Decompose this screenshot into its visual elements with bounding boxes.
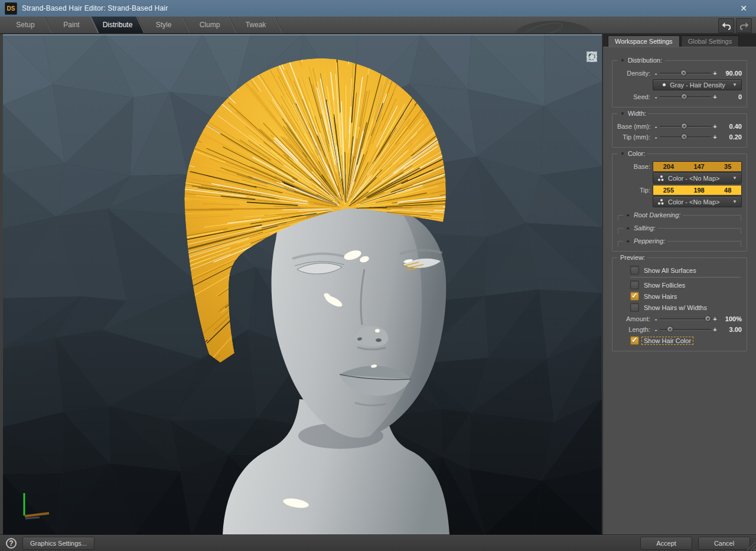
slider-thumb[interactable] bbox=[680, 70, 687, 76]
show-hairs-widths-row: ✓ Show Hairs w/ Widths bbox=[630, 302, 742, 313]
frame-tool-icon[interactable] bbox=[586, 95, 599, 108]
slider-minus[interactable]: - bbox=[653, 133, 659, 141]
base-color-row: Base: 204 147 35 bbox=[617, 161, 742, 171]
main-area: Workspace Settings Global Settings ▼ Dis… bbox=[0, 34, 756, 534]
tip-width-slider[interactable] bbox=[660, 132, 711, 142]
show-hair-color-label[interactable]: Show Hair Color bbox=[641, 337, 693, 345]
slider-minus[interactable]: - bbox=[653, 123, 659, 130]
color-group: ▼ Color: Base: 204 147 35 bbox=[612, 154, 747, 252]
settings-panel: Workspace Settings Global Settings ▼ Dis… bbox=[602, 34, 756, 534]
distribution-legend[interactable]: ▼ Distribution: bbox=[618, 57, 664, 64]
show-hairs-checkbox[interactable]: ✓ bbox=[630, 292, 639, 301]
base-color-map-dropdown[interactable]: Color - <No Map> ▼ bbox=[653, 172, 742, 184]
cancel-button[interactable]: Cancel bbox=[698, 537, 750, 550]
tip-color-swatch[interactable]: 255 198 48 bbox=[653, 185, 742, 195]
base-width-value[interactable]: 0.40 bbox=[718, 123, 742, 130]
tab-global-settings[interactable]: Global Settings bbox=[681, 35, 739, 47]
slider-minus[interactable]: - bbox=[653, 70, 659, 77]
peppering-legend[interactable]: ► Peppering: bbox=[624, 237, 667, 244]
slider-thumb[interactable] bbox=[667, 326, 673, 332]
base-color-swatch[interactable]: 204 147 35 bbox=[653, 161, 742, 172]
tab-workspace-settings[interactable]: Workspace Settings bbox=[608, 35, 680, 47]
preview-group: Preview: ✓ Show All Surfaces ✓ Show Foll… bbox=[612, 257, 747, 351]
preview-legend: Preview: bbox=[618, 254, 647, 261]
slider-plus[interactable]: + bbox=[712, 133, 718, 141]
seed-slider[interactable] bbox=[660, 92, 711, 102]
density-value[interactable]: 90.00 bbox=[718, 70, 742, 77]
accept-button[interactable]: Accept bbox=[640, 537, 692, 550]
expand-triangle-icon: ► bbox=[626, 226, 631, 231]
density-slider[interactable] bbox=[660, 68, 711, 78]
reset-view-icon[interactable] bbox=[586, 110, 599, 123]
width-group: ▼ Width: Base (mm): - + 0.40 Tip (mm): - bbox=[612, 113, 747, 148]
slider-plus[interactable]: + bbox=[712, 70, 718, 77]
seed-slider-row: Seed: - + 0 bbox=[617, 92, 742, 102]
slider-thumb[interactable] bbox=[681, 123, 687, 129]
mode-tab-bar: Setup Paint Distribute Style Clump Tweak bbox=[0, 17, 756, 34]
redo-icon bbox=[739, 22, 749, 30]
show-all-surfaces-checkbox[interactable]: ✓ bbox=[630, 266, 639, 275]
window-title: Strand-Based Hair Editor: Strand-Based H… bbox=[22, 4, 731, 12]
color-legend[interactable]: ▼ Color: bbox=[618, 150, 647, 157]
close-icon[interactable]: ✕ bbox=[736, 2, 751, 15]
slider-plus[interactable]: + bbox=[712, 93, 718, 100]
undo-button[interactable] bbox=[718, 18, 734, 33]
tip-width-value[interactable]: 0.20 bbox=[718, 133, 742, 141]
show-all-surfaces-row: ✓ Show All Surfaces bbox=[630, 265, 742, 276]
slider-minus[interactable]: - bbox=[653, 326, 659, 333]
slider-plus[interactable]: + bbox=[712, 315, 718, 322]
pan-tool-icon[interactable] bbox=[586, 66, 599, 79]
slider-thumb[interactable] bbox=[681, 133, 687, 140]
seed-value[interactable]: 0 bbox=[718, 93, 742, 100]
dropdown-arrow-icon: ▼ bbox=[732, 82, 737, 87]
help-button[interactable]: ? bbox=[6, 538, 17, 549]
length-value[interactable]: 3.00 bbox=[718, 326, 742, 333]
show-hairs-row: ✓ Show Hairs bbox=[630, 291, 742, 302]
base-width-slider[interactable] bbox=[660, 121, 711, 131]
settings-panel-tabs: Workspace Settings Global Settings bbox=[603, 34, 756, 47]
tab-tweak[interactable]: Tweak bbox=[233, 17, 279, 33]
tab-clump[interactable]: Clump bbox=[187, 17, 233, 33]
amount-slider-row: Amount: - + 100% bbox=[617, 314, 742, 324]
tab-style[interactable]: Style bbox=[141, 17, 187, 33]
viewport-canvas[interactable] bbox=[3, 34, 602, 534]
tip-color-map-dropdown[interactable]: Color - <No Map> ▼ bbox=[653, 196, 742, 207]
viewport-3d-scene bbox=[3, 34, 602, 534]
footer-bar: ? Graphics Settings... Accept Cancel bbox=[0, 534, 756, 551]
show-follicles-checkbox[interactable]: ✓ bbox=[630, 281, 639, 289]
amount-value[interactable]: 100% bbox=[718, 315, 742, 322]
viewport-tools bbox=[586, 51, 599, 123]
slider-plus[interactable]: + bbox=[712, 326, 718, 333]
zoom-tool-icon[interactable] bbox=[586, 80, 599, 93]
dropdown-arrow-icon: ▼ bbox=[732, 175, 737, 181]
show-hairs-widths-checkbox[interactable]: ✓ bbox=[630, 303, 639, 312]
slider-plus[interactable]: + bbox=[712, 123, 718, 130]
undo-icon bbox=[722, 22, 731, 30]
show-follicles-row: ✓ Show Follicles bbox=[630, 279, 742, 291]
density-map-dropdown[interactable]: Gray - Hair Density ▼ bbox=[653, 79, 742, 90]
show-hair-color-row: ✓ Show Hair Color bbox=[630, 335, 742, 346]
salting-section: ► Salting: bbox=[618, 228, 741, 233]
length-slider[interactable] bbox=[660, 324, 711, 334]
expand-triangle-icon: ► bbox=[626, 213, 631, 218]
amount-slider[interactable] bbox=[660, 314, 711, 324]
strand-hair-editor-window: DS Strand-Based Hair Editor: Strand-Base… bbox=[0, 0, 756, 551]
app-logo-icon: DS bbox=[5, 2, 17, 15]
collapse-triangle-icon: ▼ bbox=[620, 111, 625, 116]
slider-thumb[interactable] bbox=[681, 93, 687, 100]
width-legend[interactable]: ▼ Width: bbox=[618, 110, 649, 117]
tab-distribute[interactable]: Distribute bbox=[94, 17, 141, 33]
show-hair-color-checkbox[interactable]: ✓ bbox=[630, 336, 639, 345]
redo-button[interactable] bbox=[736, 18, 752, 33]
collapse-triangle-icon: ▼ bbox=[620, 58, 625, 63]
slider-thumb[interactable] bbox=[705, 315, 711, 322]
slider-minus[interactable]: - bbox=[653, 315, 659, 322]
root-darkening-legend[interactable]: ► Root Darkening: bbox=[624, 211, 683, 219]
tab-paint[interactable]: Paint bbox=[48, 17, 94, 33]
salting-legend[interactable]: ► Salting: bbox=[624, 224, 658, 232]
distribution-group: ▼ Distribution: Density: - + 90.00 Gray … bbox=[612, 60, 747, 107]
slider-minus[interactable]: - bbox=[653, 93, 659, 100]
expand-triangle-icon: ► bbox=[626, 239, 631, 244]
graphics-settings-button[interactable]: Graphics Settings... bbox=[22, 537, 94, 550]
tab-setup[interactable]: Setup bbox=[2, 17, 48, 33]
